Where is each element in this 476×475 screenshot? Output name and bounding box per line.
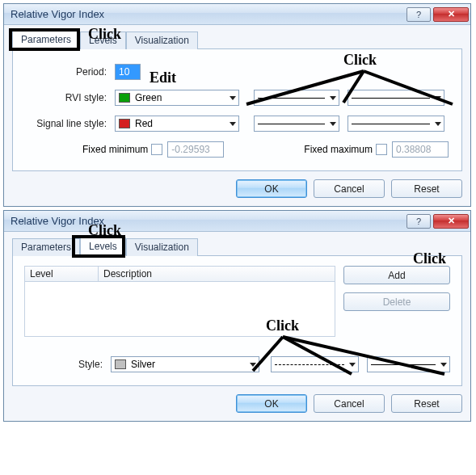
signal-color-combo[interactable]: Red <box>115 116 239 132</box>
tabpane-levels: Level Description Add Delete Style: Silv… <box>12 256 462 386</box>
fixed-max-checkbox[interactable] <box>376 144 387 155</box>
help-button[interactable]: ? <box>406 214 431 229</box>
signal-linewidth-combo[interactable] <box>348 116 444 132</box>
style-label: Style: <box>24 359 111 370</box>
chevron-down-icon <box>440 363 447 367</box>
fixed-min-label: Fixed minimum <box>82 144 148 155</box>
period-input[interactable] <box>115 64 141 80</box>
fixed-max-label: Fixed maximum <box>304 144 373 155</box>
chevron-down-icon <box>435 96 441 100</box>
rvi-linewidth-combo[interactable] <box>348 90 444 106</box>
chevron-down-icon <box>230 122 236 126</box>
reset-button[interactable]: Reset <box>391 394 462 413</box>
rvi-color-name: Green <box>135 92 162 103</box>
signal-color-name: Red <box>135 118 153 129</box>
delete-button[interactable]: Delete <box>343 292 450 311</box>
tab-parameters[interactable]: Parameters <box>12 238 80 256</box>
line-weight-icon <box>352 124 430 124</box>
button-bar: OK Cancel Reset <box>12 394 462 413</box>
fixed-min-input[interactable] <box>167 141 224 158</box>
dialog-parameters: Relative Vigor Index ? ✕ Parameters Colo… <box>3 3 471 207</box>
rvi-linestyle-combo[interactable] <box>254 90 339 106</box>
tab-parameters[interactable]: Parameters <box>12 31 80 49</box>
cancel-button[interactable]: Cancel <box>314 179 385 198</box>
titlebar[interactable]: Relative Vigor Index ? ✕ <box>4 211 470 232</box>
chevron-down-icon <box>230 96 236 100</box>
chevron-down-icon <box>330 96 336 100</box>
tab-visualization[interactable]: Visualization <box>126 32 198 49</box>
col-description[interactable]: Description <box>98 267 335 281</box>
cancel-button[interactable]: Cancel <box>314 394 385 413</box>
rvi-style-label: RVI style: <box>26 92 115 103</box>
ok-button[interactable]: OK <box>236 179 307 198</box>
style-color-name: Silver <box>131 359 155 370</box>
chevron-down-icon <box>435 122 441 126</box>
fixed-min-checkbox[interactable] <box>151 144 162 155</box>
tabstrip: Parameters Colors Levels Visualization <box>12 237 462 256</box>
style-linestyle-combo[interactable] <box>271 356 359 372</box>
line-weight-icon <box>352 98 430 99</box>
tab-levels[interactable]: Levels <box>80 32 126 49</box>
close-button[interactable]: ✕ <box>433 7 469 22</box>
style-color-combo[interactable]: Silver <box>111 356 259 372</box>
line-dashed-icon <box>275 364 344 365</box>
fixed-max-input[interactable] <box>392 141 449 158</box>
titlebar[interactable]: Relative Vigor Index ? ✕ <box>4 4 470 25</box>
levels-list-body[interactable] <box>24 282 335 337</box>
ok-button[interactable]: OK <box>236 394 307 413</box>
col-level[interactable]: Level <box>25 268 98 280</box>
close-button[interactable]: ✕ <box>433 214 469 229</box>
tabpane-parameters: Period: RVI style: Green <box>12 49 462 171</box>
tabstrip: Parameters Colors Levels Visualization <box>12 30 462 49</box>
signal-linestyle-combo[interactable] <box>254 116 339 132</box>
rvi-color-combo[interactable]: Green <box>115 90 239 106</box>
period-label: Period: <box>26 66 115 78</box>
signal-color-swatch <box>119 119 130 128</box>
tab-visualization[interactable]: Visualization <box>126 238 198 256</box>
window-title: Relative Vigor Index <box>11 215 404 227</box>
rvi-color-swatch <box>119 93 130 103</box>
style-color-swatch <box>115 359 126 369</box>
dialog-levels: Relative Vigor Index ? ✕ Parameters Colo… <box>3 210 471 422</box>
style-linewidth-combo[interactable] <box>367 356 450 372</box>
tab-levels[interactable]: Levels <box>80 238 126 256</box>
chevron-down-icon <box>349 363 356 367</box>
line-weight-icon <box>371 364 436 365</box>
line-solid-icon <box>258 124 325 124</box>
chevron-down-icon <box>330 122 336 126</box>
chevron-down-icon <box>250 363 256 367</box>
help-button[interactable]: ? <box>406 7 431 22</box>
add-button[interactable]: Add <box>343 266 450 284</box>
line-solid-icon <box>258 98 325 99</box>
signal-style-label: Signal line style: <box>26 118 115 129</box>
reset-button[interactable]: Reset <box>391 179 462 198</box>
button-bar: OK Cancel Reset <box>12 179 462 198</box>
levels-list-header: Level Description <box>24 266 335 282</box>
window-title: Relative Vigor Index <box>11 8 404 20</box>
